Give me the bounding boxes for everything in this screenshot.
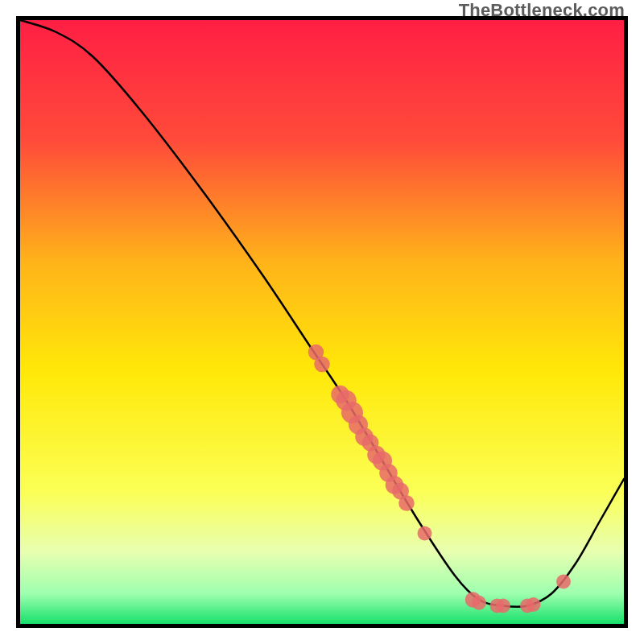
plot-area bbox=[16, 16, 628, 628]
chart-stage: TheBottleneck.com bbox=[0, 0, 644, 644]
data-marker bbox=[472, 596, 486, 610]
data-marker bbox=[556, 575, 571, 589]
chart-svg bbox=[20, 20, 624, 624]
gradient-background bbox=[20, 20, 624, 624]
data-marker bbox=[418, 526, 432, 541]
data-marker bbox=[314, 357, 330, 373]
data-marker bbox=[398, 495, 415, 511]
data-marker bbox=[526, 597, 541, 612]
data-marker bbox=[496, 599, 510, 613]
